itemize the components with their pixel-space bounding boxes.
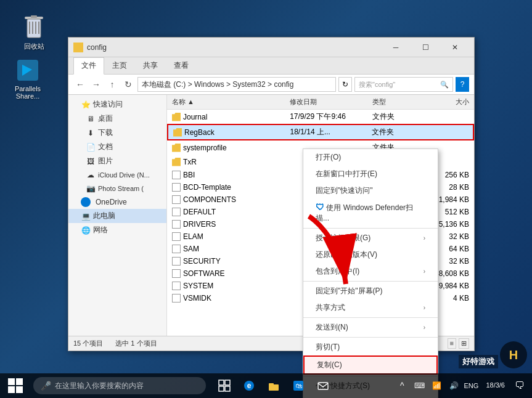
menu-separator	[303, 317, 438, 318]
menu-copy[interactable]: 复制(C)	[303, 355, 438, 375]
tab-home[interactable]: 主页	[104, 57, 135, 74]
parallels-label: Parallels Share...	[9, 85, 47, 100]
desktop-icon-side: 🖥	[86, 114, 96, 124]
col-header-size[interactable]: 大小	[427, 96, 474, 108]
menu-sendto[interactable]: 发送到(N)›	[303, 319, 438, 336]
folder-icon-title	[73, 43, 83, 52]
tab-share[interactable]: 共享	[135, 57, 166, 74]
svg-rect-3	[32, 22, 33, 34]
minimize-button[interactable]: ─	[382, 41, 410, 54]
network-tray-icon[interactable]: 📶	[429, 373, 444, 398]
col-header-date[interactable]: 修改日期	[285, 96, 367, 108]
sidebar-item-network[interactable]: 🌐 网络	[68, 223, 166, 237]
back-button[interactable]: ←	[73, 78, 87, 91]
menu-open[interactable]: 打开(O)	[303, 149, 438, 166]
close-button[interactable]: ✕	[441, 41, 469, 54]
edge-browser-icon[interactable]: e	[238, 373, 260, 398]
col-header-name[interactable]: 名称 ▲	[167, 96, 285, 108]
menu-separator	[303, 337, 438, 338]
taskbar-icons: e 🛍	[208, 373, 339, 398]
sidebar-label-desktop: 桌面	[98, 113, 113, 124]
sidebar-label-pictures: 图片	[98, 156, 113, 166]
sidebar-item-onedrive[interactable]: OneDrive	[68, 195, 166, 209]
onedrive-icon	[81, 197, 91, 207]
file-icon	[172, 232, 181, 241]
sidebar-item-pictures[interactable]: 🖼 图片	[68, 154, 166, 168]
clock[interactable]: 18/3/6	[481, 381, 510, 390]
submenu-arrow: ›	[424, 235, 425, 242]
file-list-header: 名称 ▲ 修改日期 类型 大小	[167, 95, 474, 110]
menu-share[interactable]: 共享方式›	[303, 299, 438, 316]
refresh-address-button[interactable]: ↻	[338, 77, 352, 92]
menu-open-new[interactable]: 在新窗口中打开(E)	[303, 166, 438, 182]
sidebar-label-photostream: Photo Stream (	[98, 185, 144, 192]
address-bar: ← → ↑ ↻ 本地磁盘 (C:) > Windows > System32 >…	[68, 75, 474, 95]
context-menu: 打开(O) 在新窗口中打开(E) 固定到"快速访问" 🛡 使用 Windows …	[303, 148, 438, 398]
sidebar-item-desktop[interactable]: 🖥 桌面	[68, 112, 166, 126]
title-bar: config ─ ☐ ✕	[68, 38, 474, 57]
parallels-icon	[15, 58, 40, 83]
task-view-button[interactable]	[213, 373, 235, 398]
svg-rect-5	[38, 22, 39, 34]
tab-view[interactable]: 查看	[166, 57, 197, 74]
ribbon-tabs: 文件 主页 共享 查看	[68, 57, 474, 74]
sidebar-item-downloads[interactable]: ⬇ 下载	[68, 126, 166, 140]
up-button[interactable]: ↑	[105, 78, 119, 91]
watermark-h: H	[509, 348, 518, 362]
keyboard-icon[interactable]: ⌨	[412, 373, 427, 398]
refresh-button[interactable]: ↻	[121, 78, 135, 91]
menu-pin-start[interactable]: 固定到"开始"屏幕(P)	[303, 283, 438, 299]
svg-rect-11	[225, 380, 230, 385]
view-details-icon[interactable]: ≡	[448, 338, 456, 349]
desktop-icon-recycle-bin[interactable]: 回收站	[12, 12, 55, 54]
ribbon: 文件 主页 共享 查看	[68, 57, 474, 75]
mail-icon[interactable]	[312, 373, 334, 398]
search-box[interactable]: 搜索"config" 🔍	[354, 77, 453, 92]
menu-include[interactable]: 包含到库中(I)›	[303, 263, 438, 280]
file-icon	[172, 183, 181, 192]
help-button[interactable]: ?	[456, 77, 469, 92]
table-row-regback[interactable]: RegBack 18/1/14 上... 文件夹	[167, 124, 474, 140]
start-button[interactable]	[0, 373, 31, 398]
volume-icon[interactable]: 🔊	[446, 373, 461, 398]
submenu-arrow: ›	[424, 268, 425, 275]
breadcrumb[interactable]: 本地磁盘 (C:) > Windows > System32 > config	[137, 77, 336, 92]
svg-rect-6	[31, 15, 37, 18]
sidebar-label-onedrive: OneDrive	[96, 198, 127, 206]
sidebar-item-photostream[interactable]: 📷 Photo Stream (	[68, 182, 166, 195]
sidebar-item-quickaccess[interactable]: ⭐ 快速访问	[68, 97, 166, 112]
search-icon[interactable]: 🔍	[440, 81, 449, 89]
svg-rect-2	[29, 22, 30, 34]
menu-cut[interactable]: 剪切(T)	[303, 339, 438, 355]
menu-pin-quick[interactable]: 固定到"快速访问"	[303, 182, 438, 199]
sidebar-item-documents[interactable]: 📄 文档	[68, 140, 166, 154]
language-icon[interactable]: ENG	[464, 373, 478, 398]
sidebar: ⭐ 快速访问 🖥 桌面 ⬇ 下载 📄 文档 🖼 图片	[68, 95, 167, 336]
menu-restore[interactable]: 还原以前的版本(V)	[303, 246, 438, 263]
menu-defender[interactable]: 🛡 使用 Windows Defender扫描...	[303, 199, 438, 227]
search-mic-icon: 🎤	[41, 381, 51, 391]
maximize-button[interactable]: ☐	[411, 41, 440, 54]
desktop-icon-parallels[interactable]: Parallels Share...	[6, 55, 49, 102]
store-icon[interactable]: 🛍	[287, 373, 309, 398]
view-tiles-icon[interactable]: ⊞	[459, 338, 469, 349]
col-header-type[interactable]: 类型	[367, 96, 427, 108]
menu-grant[interactable]: 授予访问权限(G)›	[303, 230, 438, 246]
table-row[interactable]: Journal 17/9/29 下午9:46 文件夹	[167, 110, 474, 124]
explorer-taskbar-icon[interactable]	[263, 373, 285, 398]
desktop: 回收站 Parallels Share... config ─ ☐ ✕ 文件	[0, 0, 532, 398]
taskbar-tray: ^ ⌨ 📶 🔊 ENG 18/3/6 🗨	[390, 373, 532, 398]
file-icon	[172, 257, 181, 266]
tray-expand-icon[interactable]: ^	[395, 373, 409, 398]
menu-separator	[303, 228, 438, 229]
folder-icon	[172, 158, 181, 166]
sidebar-item-icloud[interactable]: ☁ iCloud Drive (N...	[68, 168, 166, 182]
sidebar-item-thispc[interactable]: 💻 此电脑	[68, 209, 166, 223]
svg-rect-4	[35, 22, 36, 34]
notification-icon[interactable]: 🗨	[512, 373, 527, 398]
svg-rect-10	[219, 380, 224, 385]
clock-date: 18/3/6	[486, 381, 505, 390]
tab-file[interactable]: 文件	[73, 57, 104, 75]
forward-button[interactable]: →	[89, 78, 103, 91]
taskbar-search[interactable]: 🎤 在这里输入你要搜索的内容	[33, 377, 206, 394]
